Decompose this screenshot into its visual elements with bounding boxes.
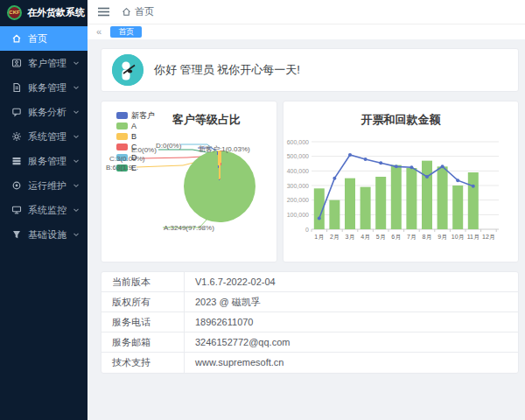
user-icon xyxy=(11,58,22,68)
monitor-icon xyxy=(11,205,22,215)
pie-label-A: A:3249(97.98%) xyxy=(164,224,214,232)
bar-line-chart[interactable]: 100,000200,000300,000400,000500,000600,0… xyxy=(284,119,518,261)
pie-chart[interactable] xyxy=(184,150,256,222)
svg-text:0: 0 xyxy=(305,227,309,233)
info-row-value: V1.6.7-2022-02-04 xyxy=(185,272,276,291)
info-row-0: 当前版本V1.6.7-2022-02-04 xyxy=(102,272,518,292)
sidebar-item-label: 首页 xyxy=(28,32,47,46)
tab-home[interactable]: 首页 xyxy=(110,26,142,38)
legend-item-新客户[interactable]: 新客户 xyxy=(116,110,155,121)
info-row-1: 版权所有2023 @ 磁凯孚 xyxy=(102,292,518,312)
file-icon xyxy=(11,82,22,93)
svg-text:9月: 9月 xyxy=(438,234,447,241)
legend-swatch xyxy=(116,144,128,150)
legend-item-B[interactable]: B xyxy=(116,131,155,142)
chevron-down-icon xyxy=(73,133,80,140)
pie-label-B: B:63(1.9... xyxy=(106,164,138,172)
top-header: 首页 xyxy=(88,0,525,24)
legend-label: A xyxy=(131,122,136,130)
svg-text:100,000: 100,000 xyxy=(287,212,309,218)
info-row-label: 技术支持 xyxy=(102,353,185,373)
info-row-3: 服务邮箱3246152772@qq.com xyxy=(102,332,518,353)
bar-chart-card: 开票和回款金额 100,000200,000300,000400,000500,… xyxy=(283,101,519,262)
sidebar-item-label: 系统监控 xyxy=(28,204,66,217)
chevron-down-icon xyxy=(73,231,80,238)
sidebar: CKF 在外货款系统 首页客户管理账务管理账务分析系统管理服务管理运行维护系统监… xyxy=(0,0,88,420)
chevron-down-icon xyxy=(73,182,80,189)
svg-text:300,000: 300,000 xyxy=(287,183,309,189)
info-row-4: 技术支持www.supremesoft.cn xyxy=(102,353,518,373)
sidebar-item-0[interactable]: 首页 xyxy=(0,26,88,51)
pie-label-E: E:0(0%) xyxy=(131,146,157,154)
breadcrumb[interactable]: 首页 xyxy=(122,5,154,18)
app-title: 在外货款系统 xyxy=(27,6,85,19)
chevron-down-icon xyxy=(73,206,80,214)
sidebar-item-6[interactable]: 运行维护 xyxy=(0,173,88,198)
legend-swatch xyxy=(116,122,128,130)
sidebar-item-7[interactable]: 系统监控 xyxy=(0,198,88,222)
charts-row: 客户等级占比 新客户ABCDE D:0(0%)新客户:1(0.03%)E:0(0… xyxy=(101,101,519,262)
info-row-2: 服务电话18962611070 xyxy=(102,312,518,332)
svg-text:7月: 7月 xyxy=(407,234,416,241)
svg-text:2月: 2月 xyxy=(330,234,340,241)
legend-swatch xyxy=(116,133,128,140)
svg-text:1月: 1月 xyxy=(314,234,324,241)
svg-text:5月: 5月 xyxy=(376,234,386,241)
svg-text:200,000: 200,000 xyxy=(287,197,309,203)
info-table: 当前版本V1.6.7-2022-02-04版权所有2023 @ 磁凯孚服务电话1… xyxy=(101,271,519,374)
legend-label: 新客户 xyxy=(131,110,155,122)
svg-text:12月: 12月 xyxy=(482,234,495,241)
svg-text:6月: 6月 xyxy=(391,234,401,241)
main-content: 你好 管理员 祝你开心每一天! 客户等级占比 新客户ABCDE D:0(0%)新… xyxy=(88,39,525,420)
info-row-label: 版权所有 xyxy=(102,292,185,312)
sidebar-item-4[interactable]: 系统管理 xyxy=(0,124,88,149)
breadcrumb-home-label: 首页 xyxy=(135,5,154,18)
chevron-down-icon xyxy=(73,108,80,116)
svg-text:500,000: 500,000 xyxy=(287,153,309,159)
ring-icon xyxy=(11,180,22,191)
sidebar-item-label: 系统管理 xyxy=(28,130,66,144)
tab-bar: « 首页 xyxy=(88,24,525,39)
chevron-down-icon xyxy=(73,158,80,164)
info-row-label: 服务电话 xyxy=(102,312,185,332)
greeting-text: 你好 管理员 祝你开心每一天! xyxy=(154,62,300,78)
pie-label-新客户: 新客户:1(0.03%) xyxy=(199,144,250,154)
info-row-value: 2023 @ 磁凯孚 xyxy=(185,292,261,312)
sidebar-item-label: 运行维护 xyxy=(28,179,66,192)
pie-label-D: D:0(0%) xyxy=(156,142,181,150)
legend-swatch xyxy=(116,112,128,119)
gear-icon xyxy=(11,131,22,142)
sidebar-menu: 首页客户管理账务管理账务分析系统管理服务管理运行维护系统监控基础设施 xyxy=(0,26,88,247)
home-icon xyxy=(11,33,22,44)
tabs-collapse-icon[interactable]: « xyxy=(96,27,102,37)
server-icon xyxy=(11,156,22,166)
chevron-down-icon xyxy=(73,60,80,66)
sidebar-item-5[interactable]: 服务管理 xyxy=(0,149,88,173)
mascot-icon xyxy=(112,54,144,86)
svg-text:600,000: 600,000 xyxy=(287,139,309,145)
home-icon xyxy=(122,7,131,17)
sidebar-item-8[interactable]: 基础设施 xyxy=(0,222,88,247)
funnel-icon xyxy=(11,229,22,240)
svg-text:11月: 11月 xyxy=(467,234,480,241)
sidebar-item-label: 服务管理 xyxy=(28,155,66,168)
svg-text:8月: 8月 xyxy=(423,234,432,241)
sidebar-item-1[interactable]: 客户管理 xyxy=(0,51,88,75)
chat-icon xyxy=(11,107,22,117)
svg-text:3月: 3月 xyxy=(346,234,355,241)
svg-text:4月: 4月 xyxy=(360,234,370,241)
sidebar-item-label: 账务管理 xyxy=(28,81,66,94)
sidebar-item-3[interactable]: 账务分析 xyxy=(0,100,88,124)
sidebar-item-2[interactable]: 账务管理 xyxy=(0,75,88,100)
hamburger-menu-icon[interactable] xyxy=(98,7,109,17)
legend-item-A[interactable]: A xyxy=(116,121,155,131)
info-row-value: 3246152772@qq.com xyxy=(185,332,290,352)
sidebar-item-label: 客户管理 xyxy=(28,57,66,70)
sidebar-item-label: 基础设施 xyxy=(28,228,66,242)
chevron-down-icon xyxy=(73,84,80,91)
avatar xyxy=(112,54,144,86)
info-row-value: 18962611070 xyxy=(185,312,253,332)
pie-label-C: C:3(0.09%) xyxy=(109,155,144,163)
app-logo: CKF 在外货款系统 xyxy=(0,0,88,24)
welcome-card: 你好 管理员 祝你开心每一天! xyxy=(101,48,519,92)
